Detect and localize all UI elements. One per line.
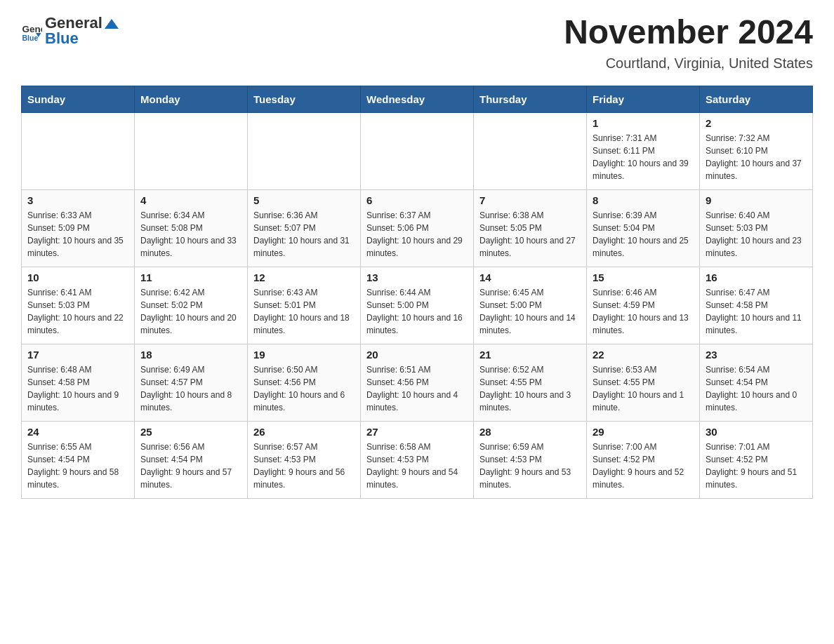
day-number: 27 (366, 426, 468, 438)
calendar-cell: 22Sunrise: 6:53 AM Sunset: 4:55 PM Dayli… (587, 344, 700, 421)
day-info: Sunrise: 6:57 AM Sunset: 4:53 PM Dayligh… (253, 441, 355, 491)
day-number: 20 (366, 349, 468, 361)
day-info: Sunrise: 7:31 AM Sunset: 6:11 PM Dayligh… (593, 132, 694, 182)
day-info: Sunrise: 6:50 AM Sunset: 4:56 PM Dayligh… (253, 363, 355, 414)
weekday-header-saturday: Saturday (700, 86, 813, 112)
logo-arrow (105, 19, 119, 29)
day-info: Sunrise: 6:36 AM Sunset: 5:07 PM Dayligh… (253, 209, 355, 260)
day-number: 30 (706, 426, 807, 438)
day-number: 10 (27, 271, 128, 283)
day-number: 18 (140, 349, 241, 361)
calendar-cell: 10Sunrise: 6:41 AM Sunset: 5:03 PM Dayli… (22, 267, 135, 344)
day-number: 7 (479, 194, 581, 206)
day-number: 24 (27, 426, 128, 438)
calendar-cell: 13Sunrise: 6:44 AM Sunset: 5:00 PM Dayli… (361, 267, 474, 344)
day-number: 14 (479, 271, 581, 283)
calendar-cell: 9Sunrise: 6:40 AM Sunset: 5:03 PM Daylig… (700, 189, 813, 267)
day-number: 22 (593, 349, 694, 361)
calendar-cell: 6Sunrise: 6:37 AM Sunset: 5:06 PM Daylig… (361, 189, 474, 267)
day-info: Sunrise: 7:32 AM Sunset: 6:10 PM Dayligh… (706, 132, 807, 182)
day-number: 12 (253, 271, 355, 283)
day-number: 11 (140, 271, 241, 283)
calendar-cell: 29Sunrise: 7:00 AM Sunset: 4:52 PM Dayli… (587, 421, 700, 498)
calendar-cell: 28Sunrise: 6:59 AM Sunset: 4:53 PM Dayli… (474, 421, 587, 498)
calendar-header-row: SundayMondayTuesdayWednesdayThursdayFrid… (22, 86, 813, 112)
day-number: 23 (706, 349, 807, 361)
calendar-cell: 24Sunrise: 6:55 AM Sunset: 4:54 PM Dayli… (22, 421, 135, 498)
page-header: General Blue General Blue November 2024 … (21, 14, 813, 72)
day-info: Sunrise: 6:41 AM Sunset: 5:03 PM Dayligh… (27, 286, 128, 337)
day-number: 15 (593, 271, 694, 283)
day-number: 16 (706, 271, 807, 283)
day-info: Sunrise: 7:01 AM Sunset: 4:52 PM Dayligh… (706, 441, 807, 491)
day-info: Sunrise: 6:39 AM Sunset: 5:04 PM Dayligh… (593, 209, 694, 260)
calendar-cell (248, 112, 361, 189)
day-info: Sunrise: 6:43 AM Sunset: 5:01 PM Dayligh… (253, 286, 355, 337)
day-info: Sunrise: 6:40 AM Sunset: 5:03 PM Dayligh… (706, 209, 807, 260)
month-year-title: November 2024 (564, 14, 813, 51)
day-info: Sunrise: 6:45 AM Sunset: 5:00 PM Dayligh… (479, 286, 581, 337)
calendar-cell (361, 112, 474, 189)
day-number: 9 (706, 194, 807, 206)
calendar-cell: 4Sunrise: 6:34 AM Sunset: 5:08 PM Daylig… (135, 189, 248, 267)
calendar-week-row: 17Sunrise: 6:48 AM Sunset: 4:58 PM Dayli… (22, 344, 813, 421)
calendar-cell: 26Sunrise: 6:57 AM Sunset: 4:53 PM Dayli… (248, 421, 361, 498)
day-number: 21 (479, 349, 581, 361)
calendar-cell: 21Sunrise: 6:52 AM Sunset: 4:55 PM Dayli… (474, 344, 587, 421)
calendar-cell: 30Sunrise: 7:01 AM Sunset: 4:52 PM Dayli… (700, 421, 813, 498)
day-number: 19 (253, 349, 355, 361)
day-info: Sunrise: 6:51 AM Sunset: 4:56 PM Dayligh… (366, 363, 468, 414)
day-number: 28 (479, 426, 581, 438)
calendar-cell: 15Sunrise: 6:46 AM Sunset: 4:59 PM Dayli… (587, 267, 700, 344)
svg-text:Blue: Blue (22, 34, 39, 42)
logo-general-text: General (45, 14, 102, 32)
calendar-table: SundayMondayTuesdayWednesdayThursdayFrid… (21, 86, 813, 499)
day-number: 2 (706, 117, 807, 129)
calendar-cell: 8Sunrise: 6:39 AM Sunset: 5:04 PM Daylig… (587, 189, 700, 267)
day-number: 5 (253, 194, 355, 206)
day-info: Sunrise: 6:48 AM Sunset: 4:58 PM Dayligh… (27, 363, 128, 414)
day-info: Sunrise: 6:46 AM Sunset: 4:59 PM Dayligh… (593, 286, 694, 337)
weekday-header-sunday: Sunday (22, 86, 135, 112)
calendar-cell: 23Sunrise: 6:54 AM Sunset: 4:54 PM Dayli… (700, 344, 813, 421)
calendar-cell: 17Sunrise: 6:48 AM Sunset: 4:58 PM Dayli… (22, 344, 135, 421)
day-info: Sunrise: 6:38 AM Sunset: 5:05 PM Dayligh… (479, 209, 581, 260)
calendar-cell: 14Sunrise: 6:45 AM Sunset: 5:00 PM Dayli… (474, 267, 587, 344)
calendar-cell: 12Sunrise: 6:43 AM Sunset: 5:01 PM Dayli… (248, 267, 361, 344)
calendar-week-row: 24Sunrise: 6:55 AM Sunset: 4:54 PM Dayli… (22, 421, 813, 498)
day-info: Sunrise: 6:49 AM Sunset: 4:57 PM Dayligh… (140, 363, 241, 414)
day-info: Sunrise: 6:58 AM Sunset: 4:53 PM Dayligh… (366, 441, 468, 491)
day-info: Sunrise: 6:47 AM Sunset: 4:58 PM Dayligh… (706, 286, 807, 337)
day-number: 13 (366, 271, 468, 283)
day-info: Sunrise: 6:52 AM Sunset: 4:55 PM Dayligh… (479, 363, 581, 414)
day-info: Sunrise: 6:42 AM Sunset: 5:02 PM Dayligh… (140, 286, 241, 337)
weekday-header-thursday: Thursday (474, 86, 587, 112)
day-info: Sunrise: 6:59 AM Sunset: 4:53 PM Dayligh… (479, 441, 581, 491)
svg-text:General: General (22, 24, 43, 34)
day-number: 6 (366, 194, 468, 206)
logo: General Blue General Blue (21, 14, 119, 48)
calendar-cell: 19Sunrise: 6:50 AM Sunset: 4:56 PM Dayli… (248, 344, 361, 421)
calendar-cell (474, 112, 587, 189)
calendar-cell: 25Sunrise: 6:56 AM Sunset: 4:54 PM Dayli… (135, 421, 248, 498)
weekday-header-friday: Friday (587, 86, 700, 112)
location-subtitle: Courtland, Virginia, United States (564, 55, 813, 72)
calendar-cell: 11Sunrise: 6:42 AM Sunset: 5:02 PM Dayli… (135, 267, 248, 344)
weekday-header-tuesday: Tuesday (248, 86, 361, 112)
day-info: Sunrise: 6:37 AM Sunset: 5:06 PM Dayligh… (366, 209, 468, 260)
day-info: Sunrise: 6:53 AM Sunset: 4:55 PM Dayligh… (593, 363, 694, 414)
logo-blue-text: Blue (45, 29, 79, 47)
calendar-cell: 20Sunrise: 6:51 AM Sunset: 4:56 PM Dayli… (361, 344, 474, 421)
calendar-cell (135, 112, 248, 189)
calendar-cell: 7Sunrise: 6:38 AM Sunset: 5:05 PM Daylig… (474, 189, 587, 267)
day-number: 26 (253, 426, 355, 438)
calendar-cell: 16Sunrise: 6:47 AM Sunset: 4:58 PM Dayli… (700, 267, 813, 344)
day-info: Sunrise: 6:54 AM Sunset: 4:54 PM Dayligh… (706, 363, 807, 414)
title-area: November 2024 Courtland, Virginia, Unite… (564, 14, 813, 72)
calendar-cell (22, 112, 135, 189)
day-number: 25 (140, 426, 241, 438)
logo-icon: General Blue (21, 20, 42, 41)
weekday-header-wednesday: Wednesday (361, 86, 474, 112)
calendar-week-row: 3Sunrise: 6:33 AM Sunset: 5:09 PM Daylig… (22, 189, 813, 267)
day-info: Sunrise: 7:00 AM Sunset: 4:52 PM Dayligh… (593, 441, 694, 491)
